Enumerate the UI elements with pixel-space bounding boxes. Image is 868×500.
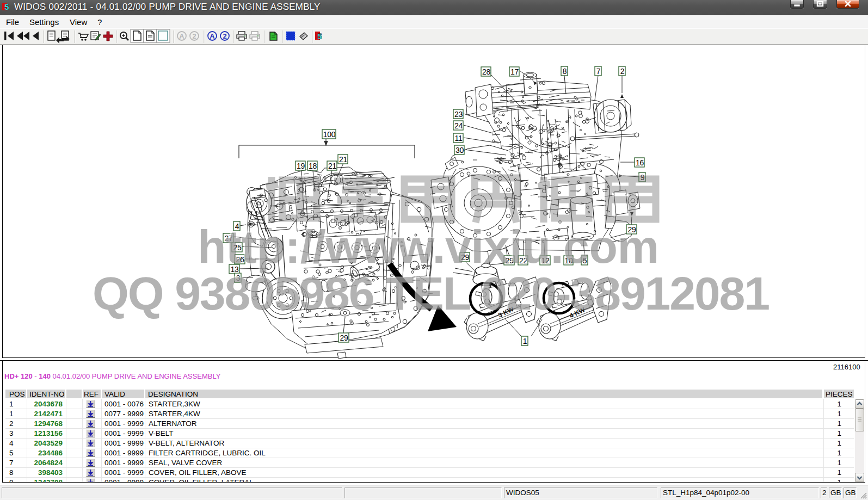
svg-text:30: 30 [455, 146, 464, 155]
svg-text:17: 17 [510, 67, 519, 76]
svg-text:16: 16 [636, 158, 644, 167]
svg-text:21: 21 [339, 155, 347, 164]
svg-text:21: 21 [328, 162, 336, 170]
svg-text:8: 8 [563, 67, 567, 76]
svg-text:11: 11 [455, 134, 463, 143]
svg-text:7: 7 [596, 67, 601, 76]
svg-text:1: 1 [523, 337, 527, 345]
svg-text:QQ 93805986 TEL 020-38912081: QQ 93805986 TEL 020-38912081 [93, 267, 770, 319]
svg-text:29: 29 [340, 334, 348, 342]
svg-text:18: 18 [309, 162, 317, 170]
svg-text:100: 100 [323, 130, 336, 139]
svg-text:2: 2 [620, 67, 625, 76]
svg-text:23: 23 [454, 110, 463, 119]
svg-text:28: 28 [482, 67, 490, 76]
svg-text:24: 24 [454, 121, 463, 130]
svg-text:19: 19 [297, 162, 305, 170]
svg-text:http://www.vixiu.com: http://www.vixiu.com [198, 220, 659, 273]
